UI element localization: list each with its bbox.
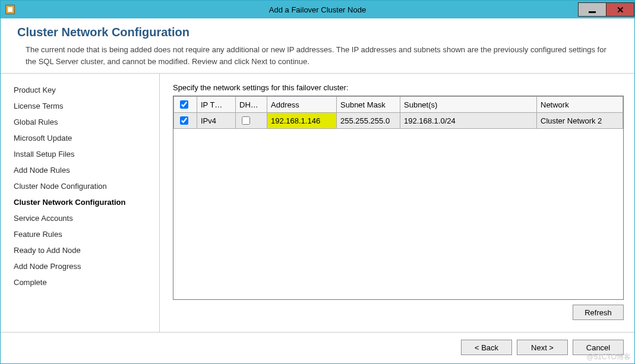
row-select-checkbox[interactable] (180, 116, 188, 125)
cell-dhcp[interactable] (236, 113, 267, 129)
sidebar-item-product-key[interactable]: Product Key (14, 82, 153, 98)
page-description: The current node that is being added doe… (17, 44, 618, 67)
page-header: Cluster Network Configuration The curren… (1, 18, 634, 73)
refresh-row: Refresh (173, 300, 624, 326)
main-panel: Specify the network settings for this fa… (160, 74, 634, 332)
sidebar-item-complete[interactable]: Complete (14, 274, 153, 290)
cell-subnet-mask: 255.255.255.0 (337, 113, 400, 129)
cell-iptype: IPv4 (197, 113, 236, 129)
sidebar-item-microsoft-update[interactable]: Microsoft Update (14, 130, 153, 146)
select-all-checkbox[interactable] (180, 100, 188, 109)
page-body: Product Key License Terms Global Rules M… (1, 73, 634, 332)
cancel-button[interactable]: Cancel (573, 340, 624, 355)
column-header-network[interactable]: Network (537, 97, 623, 113)
column-header-subnets[interactable]: Subnet(s) (400, 97, 537, 113)
row-select-cell[interactable] (174, 113, 197, 129)
sidebar-item-add-node-rules[interactable]: Add Node Rules (14, 162, 153, 178)
dhcp-checkbox[interactable] (242, 116, 250, 125)
sidebar-item-global-rules[interactable]: Global Rules (14, 114, 153, 130)
column-header-select[interactable] (174, 97, 197, 113)
grid-header-row: IP T… DH… Address Subnet Mask Subnet(s) … (174, 97, 623, 113)
sidebar-item-feature-rules[interactable]: Feature Rules (14, 226, 153, 242)
next-button[interactable]: Next > (517, 340, 568, 355)
network-instruction: Specify the network settings for this fa… (173, 83, 624, 92)
sidebar-item-cluster-network-configuration[interactable]: Cluster Network Configuration (14, 194, 153, 210)
page-title: Cluster Network Configuration (17, 26, 618, 39)
column-header-subnet-mask[interactable]: Subnet Mask (337, 97, 400, 113)
window-title: Add a Failover Cluster Node (1, 5, 634, 14)
network-grid: IP T… DH… Address Subnet Mask Subnet(s) … (173, 96, 623, 129)
sidebar-item-cluster-node-configuration[interactable]: Cluster Node Configuration (14, 178, 153, 194)
sidebar-item-add-node-progress[interactable]: Add Node Progress (14, 258, 153, 274)
refresh-button[interactable]: Refresh (573, 305, 624, 320)
back-button[interactable]: < Back (461, 340, 512, 355)
column-header-iptype[interactable]: IP T… (197, 97, 236, 113)
sidebar-item-ready-to-add-node[interactable]: Ready to Add Node (14, 242, 153, 258)
column-header-dhcp[interactable]: DH… (236, 97, 267, 113)
wizard-footer: < Back Next > Cancel (1, 332, 634, 363)
table-row[interactable]: IPv4 192.168.1.146 255.255.255.0 192.168… (174, 113, 623, 129)
dialog-window: Add a Failover Cluster Node ✕ Cluster Ne… (0, 0, 635, 364)
title-bar: Add a Failover Cluster Node ✕ (1, 1, 634, 18)
cell-address: 192.168.1.146 (267, 113, 337, 129)
column-header-address[interactable]: Address (267, 97, 337, 113)
sidebar-item-service-accounts[interactable]: Service Accounts (14, 210, 153, 226)
cell-subnets: 192.168.1.0/24 (400, 113, 537, 129)
wizard-steps-sidebar: Product Key License Terms Global Rules M… (1, 74, 160, 332)
network-grid-container: IP T… DH… Address Subnet Mask Subnet(s) … (173, 96, 624, 300)
sidebar-item-install-setup-files[interactable]: Install Setup Files (14, 146, 153, 162)
sidebar-item-license-terms[interactable]: License Terms (14, 98, 153, 114)
dialog-content: Cluster Network Configuration The curren… (1, 18, 634, 363)
cell-network: Cluster Network 2 (537, 113, 623, 129)
